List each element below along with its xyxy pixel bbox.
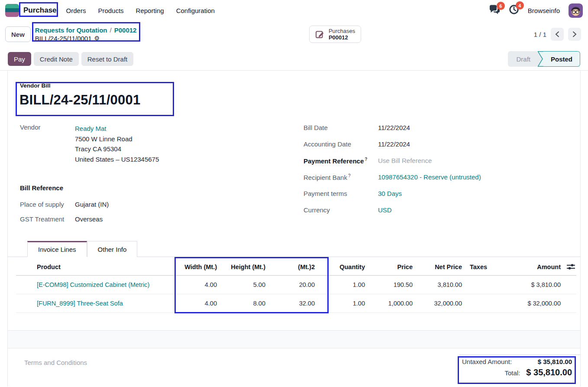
cell-price[interactable]: 190.50 <box>365 281 413 288</box>
cell-mt2[interactable]: 32.00 <box>265 300 315 307</box>
fields-right-column: Bill Date 11/22/2024 Accounting Date 11/… <box>304 124 581 223</box>
currency-value[interactable]: USD <box>378 206 392 214</box>
untaxed-amount-row: Untaxed Amount: $ 35,810.00 <box>462 358 572 365</box>
cell-price[interactable]: 1,000.00 <box>365 300 413 307</box>
breadcrumb-requests-for-quotation[interactable]: Requests for Quotation <box>35 26 107 34</box>
pager-count: 1 / 1 <box>534 31 546 38</box>
smart-button-text: Purchases P00012 <box>329 28 355 41</box>
accounting-date-label: Accounting Date <box>304 140 378 148</box>
breadcrumb-current-bill: BILL/24-25/11/0001 <box>35 34 92 42</box>
gst-treatment-value[interactable]: Overseas <box>75 215 103 223</box>
menu-orders[interactable]: Orders <box>66 7 86 14</box>
cell-width[interactable]: 4.00 <box>175 281 217 288</box>
cell-amount[interactable]: $ 3,810.00 <box>490 281 561 288</box>
cell-quantity[interactable]: 1.00 <box>315 281 365 288</box>
gst-treatment-label: GST Treatment <box>20 215 75 223</box>
col-amount[interactable]: Amount <box>490 263 561 270</box>
navbar-left: Purchase Orders Products Reporting Confi… <box>5 4 215 17</box>
table-header: Product Width (Mt.) Height (Mt.) (Mt.)2 … <box>16 258 576 276</box>
new-button[interactable]: New <box>5 26 31 42</box>
cell-height[interactable]: 5.00 <box>217 281 265 288</box>
bill-date-value[interactable]: 11/22/2024 <box>378 124 410 131</box>
form-sheet: Vendor Bill BILL/24-25/11/0001 Vendor Re… <box>7 71 581 387</box>
user-name[interactable]: Browseinfo <box>528 7 560 14</box>
status-arrow-icon <box>538 51 543 67</box>
table-row[interactable]: [FURN_8999] Three-Seat Sofa 4.00 8.00 32… <box>16 294 576 313</box>
bill-reference-label: Bill Reference <box>20 184 63 192</box>
pay-button[interactable]: Pay <box>8 52 31 66</box>
payment-reference-input[interactable]: Use Bill Reference <box>378 157 432 164</box>
menu-products[interactable]: Products <box>98 7 123 14</box>
menu-reporting[interactable]: Reporting <box>136 7 164 14</box>
breadcrumb-p00012[interactable]: P00012 <box>114 26 137 34</box>
vendor-address-line2: Tracy CA 95304 <box>75 144 159 154</box>
col-mt2[interactable]: (Mt.)2 <box>265 263 315 270</box>
app-menu-purchase[interactable]: Purchase <box>23 6 57 15</box>
messages-button[interactable]: 6 <box>489 5 500 16</box>
odoo-app-logo-icon[interactable] <box>5 4 19 17</box>
credit-note-button[interactable]: Credit Note <box>34 52 79 66</box>
form-statusbar-row: Pay Credit Note Reset to Draft Draft Pos… <box>0 48 588 71</box>
pager-previous-button[interactable] <box>551 28 564 41</box>
table-row[interactable]: [E-COM98] Customized Cabinet (Metric) 4.… <box>16 276 576 294</box>
totals-divider <box>459 354 580 355</box>
totals-block: Untaxed Amount: $ 35,810.00 Total: $ 35,… <box>462 358 572 380</box>
menu-configuration[interactable]: Configuration <box>176 7 215 14</box>
cell-net-price[interactable]: 3,810.00 <box>413 281 462 288</box>
cell-amount[interactable]: $ 32,000.00 <box>490 300 561 307</box>
field-payment-reference: Payment Reference? Use Bill Reference <box>304 157 581 166</box>
status-draft[interactable]: Draft <box>508 51 538 67</box>
vendor-label: Vendor <box>20 124 75 131</box>
activities-button[interactable]: 4 <box>509 4 519 16</box>
cell-quantity[interactable]: 1.00 <box>315 300 365 307</box>
product-link[interactable]: [FURN_8999] Three-Seat Sofa <box>37 300 123 307</box>
status-posted[interactable]: Posted <box>543 51 580 67</box>
col-price[interactable]: Price <box>365 263 413 270</box>
col-product[interactable]: Product <box>16 263 175 270</box>
untaxed-amount-label: Untaxed Amount: <box>462 358 512 365</box>
currency-label: Currency <box>304 206 378 214</box>
tab-invoice-lines[interactable]: Invoice Lines <box>27 241 87 257</box>
navbar-right: 6 4 Browseinfo <box>489 3 583 18</box>
document-name: BILL/24-25/11/0001 <box>19 92 140 108</box>
terms-and-conditions-input[interactable]: Terms and Conditions <box>24 359 87 366</box>
col-taxes[interactable]: Taxes <box>462 263 490 270</box>
place-of-supply-value[interactable]: Gujarat (IN) <box>75 201 109 208</box>
total-value: $ 35,810.00 <box>526 367 572 377</box>
field-bill-reference: Bill Reference <box>20 184 280 192</box>
product-link[interactable]: [E-COM98] Customized Cabinet (Metric) <box>37 281 149 288</box>
user-avatar[interactable] <box>569 3 583 18</box>
cell-height[interactable]: 8.00 <box>217 300 265 307</box>
breadcrumb-separator: / <box>110 26 112 34</box>
cell-mt2[interactable]: 20.00 <box>265 281 315 288</box>
vendor-link[interactable]: Ready Mat <box>75 125 107 132</box>
smart-button-line2: P00012 <box>329 34 355 41</box>
status-pipeline: Draft Posted <box>508 51 580 67</box>
top-navbar: Purchase Orders Products Reporting Confi… <box>0 0 588 21</box>
col-quantity[interactable]: Quantity <box>315 263 365 270</box>
payment-reference-label: Payment Reference? <box>304 157 378 165</box>
cell-width[interactable]: 4.00 <box>175 300 217 307</box>
accounting-date-value[interactable]: 11/22/2024 <box>378 140 410 148</box>
field-place-of-supply: Place of supply Gujarat (IN) <box>20 201 280 208</box>
reset-to-draft-button[interactable]: Reset to Draft <box>81 52 134 66</box>
payment-terms-label: Payment terms <box>304 190 378 197</box>
payment-terms-value[interactable]: 30 Days <box>378 190 402 197</box>
pager-next-button[interactable] <box>568 28 581 41</box>
recipient-bank-value[interactable]: 10987654320 - Reserve (untrusted) <box>378 173 481 181</box>
cell-net-price[interactable]: 32,000.00 <box>413 300 462 307</box>
gear-icon[interactable]: ⚙ <box>94 34 100 42</box>
place-of-supply-label: Place of supply <box>20 201 75 208</box>
chevron-left-icon <box>555 31 559 37</box>
purchases-smart-button[interactable]: Purchases P00012 <box>309 26 361 43</box>
field-gst-treatment: GST Treatment Overseas <box>20 215 280 223</box>
chevron-right-icon <box>572 31 577 37</box>
help-question-icon: ? <box>365 157 367 162</box>
col-height[interactable]: Height (Mt.) <box>217 263 265 270</box>
main-menu: Orders Products Reporting Configuration <box>66 7 215 14</box>
col-width[interactable]: Width (Mt.) <box>175 263 217 270</box>
col-net-price[interactable]: Net Price <box>413 263 462 270</box>
field-payment-terms: Payment terms 30 Days <box>304 190 581 198</box>
optional-columns-icon[interactable] <box>567 263 575 270</box>
tab-other-info[interactable]: Other Info <box>87 241 138 257</box>
